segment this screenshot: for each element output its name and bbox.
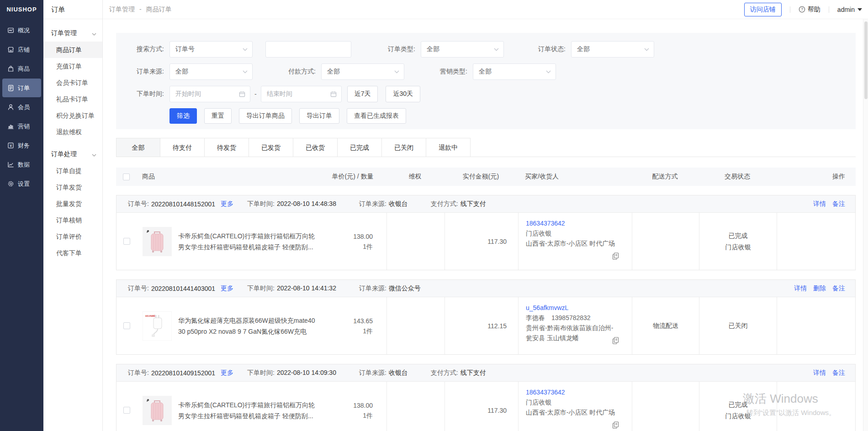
nav-members[interactable]: 会员	[2, 98, 41, 116]
tab-completed[interactable]: 已完成	[338, 138, 382, 157]
shop-icon	[7, 46, 15, 53]
help-link[interactable]: ? 帮助	[799, 5, 820, 14]
main-area: 订单管理-商品订单 访问店铺 ? 帮助 admin 搜索方式:	[103, 0, 868, 431]
detail-link[interactable]: 详情	[813, 369, 826, 376]
status-line: 已完成	[729, 230, 748, 242]
order-group-header: 订单号: 202208101448152001 更多 下单时间:2022-08-…	[116, 195, 855, 212]
order-group: 订单号: 202208101448152001 更多 下单时间:2022-08-…	[116, 195, 856, 270]
rights-cell	[386, 213, 445, 270]
pay-method-select[interactable]: 全部	[321, 63, 404, 80]
tab-shipped[interactable]: 已发货	[249, 138, 293, 157]
product-image	[143, 227, 172, 256]
scrollbar[interactable]	[863, 19, 868, 431]
nav-group-order-processing[interactable]: 订单处理	[43, 146, 102, 163]
order-status-tabs: 全部 待支付 待发货 已发货 已收货 已完成 已关闭 退款中	[116, 138, 856, 157]
more-link[interactable]: 更多	[221, 369, 233, 377]
row-checkbox[interactable]	[123, 238, 130, 245]
view-reports-button[interactable]: 查看已生成报表	[347, 108, 406, 124]
remark-link[interactable]: 备注	[832, 284, 845, 292]
row-checkbox[interactable]	[123, 322, 130, 329]
order-time: 2022-08-10 14:48:38	[277, 200, 336, 207]
sidebar-item-giftcard-orders[interactable]: 礼品卡订单	[43, 91, 102, 107]
order-document-icon	[7, 84, 15, 92]
order-group: 订单号: 202208101409152001 更多 下单时间:2022-08-…	[116, 364, 856, 431]
tab-pending-shipment[interactable]: 待发货	[205, 138, 249, 157]
receiver-address: 贵州省-黔南布依族苗族自治州-瓮安县 玉山镇龙蟠	[526, 323, 617, 343]
order-no: 202208101448152001	[151, 200, 215, 208]
remark-link[interactable]: 备注	[832, 369, 845, 376]
nav-overview[interactable]: 概况	[2, 21, 41, 40]
copy-icon[interactable]	[612, 252, 619, 263]
last-7-days-button[interactable]: 近7天	[347, 86, 378, 102]
divider	[829, 6, 829, 13]
marketing-type-select[interactable]: 全部	[473, 63, 556, 80]
column-goods: 商品	[137, 173, 319, 181]
sidebar-item-recharge-orders[interactable]: 充值订单	[43, 58, 102, 74]
operation-cell	[777, 297, 856, 354]
sidebar-item-agent-order[interactable]: 代客下单	[43, 245, 102, 261]
tab-received[interactable]: 已收货	[293, 138, 338, 157]
tab-all[interactable]: 全部	[116, 138, 160, 157]
more-link[interactable]: 更多	[221, 284, 233, 293]
buyer-account-link[interactable]: 18634373642	[526, 218, 617, 228]
export-order-goods-button[interactable]: 导出订单商品	[239, 108, 292, 124]
receiver-name: 门店收银	[526, 397, 617, 407]
quantity: 1件	[327, 410, 373, 420]
remark-link[interactable]: 备注	[832, 200, 845, 207]
search-keyword-input[interactable]	[265, 41, 351, 58]
end-time-input[interactable]: 结束时间	[261, 86, 342, 102]
buyer-account-link[interactable]: 18634373642	[526, 387, 617, 397]
nav-label: 财务	[18, 142, 30, 150]
tab-closed[interactable]: 已关闭	[382, 138, 426, 157]
last-30-days-button[interactable]: 近30天	[386, 86, 420, 102]
data-chart-icon	[7, 161, 15, 168]
status-line: 门店收银	[725, 242, 751, 253]
copy-icon[interactable]	[612, 421, 619, 431]
nav-finance[interactable]: ¥ 财务	[2, 136, 41, 155]
sidebar-item-refund[interactable]: 退款维权	[43, 124, 102, 140]
select-all-checkbox[interactable]	[123, 173, 130, 180]
nav-orders[interactable]: 订单	[2, 79, 41, 97]
nav-marketing[interactable]: 营销	[2, 117, 41, 136]
sidebar-item-order-delivery[interactable]: 订单发货	[43, 179, 102, 195]
operation-cell	[777, 213, 856, 270]
nav-goods[interactable]: 商品	[2, 59, 41, 78]
nav-settings[interactable]: 设置	[2, 174, 41, 193]
sidebar-item-points-orders[interactable]: 积分兑换订单	[43, 107, 102, 124]
svg-text:HUAWEI: HUAWEI	[145, 315, 156, 317]
buyer-account-link[interactable]: u_56afkmvwzL	[526, 303, 617, 313]
reset-button[interactable]: 重置	[204, 108, 232, 124]
user-menu[interactable]: admin	[837, 6, 862, 13]
order-type-select[interactable]: 全部	[421, 41, 504, 58]
visit-shop-button[interactable]: 访问店铺	[744, 3, 782, 16]
sidebar-item-self-pickup[interactable]: 订单自提	[43, 163, 102, 179]
delete-link[interactable]: 删除	[813, 284, 826, 292]
export-orders-button[interactable]: 导出订单	[299, 108, 339, 124]
sidebar-item-membercard-orders[interactable]: 会员卡订单	[43, 74, 102, 91]
sidebar-item-order-verify[interactable]: 订单核销	[43, 212, 102, 228]
sidebar-item-order-review[interactable]: 订单评价	[43, 228, 102, 245]
start-time-input[interactable]: 开始时间	[169, 86, 250, 102]
paid-amount: 117.30	[445, 213, 518, 270]
nav-data[interactable]: 数据	[2, 155, 41, 174]
nav-group-order-management[interactable]: 订单管理	[43, 25, 102, 42]
filter-button[interactable]: 筛选	[169, 108, 197, 124]
copy-icon[interactable]	[612, 337, 619, 347]
buyer-cell: u_56afkmvwzL 李德春13985782832 贵州省-黔南布依族苗族自…	[518, 297, 632, 354]
paid-amount: 112.15	[445, 297, 518, 354]
order-status-select[interactable]: 全部	[571, 41, 654, 58]
tab-refunding[interactable]: 退款中	[426, 138, 471, 157]
search-mode-select[interactable]: 订单号	[169, 41, 253, 58]
unit-price: 138.00	[327, 231, 373, 242]
more-link[interactable]: 更多	[221, 200, 233, 208]
scrollbar-thumb[interactable]	[864, 21, 868, 99]
detail-link[interactable]: 详情	[813, 200, 826, 207]
tab-pending-payment[interactable]: 待支付	[160, 138, 205, 157]
order-group-header: 订单号: 202208101441403001 更多 下单时间:2022-08-…	[116, 280, 855, 297]
row-checkbox[interactable]	[123, 407, 130, 414]
sidebar-item-goods-orders[interactable]: 商品订单	[43, 42, 102, 58]
nav-shop[interactable]: 店铺	[2, 40, 41, 59]
sidebar-item-batch-delivery[interactable]: 批量发货	[43, 195, 102, 212]
order-source-select[interactable]: 全部	[169, 63, 253, 80]
detail-link[interactable]: 详情	[794, 284, 807, 292]
